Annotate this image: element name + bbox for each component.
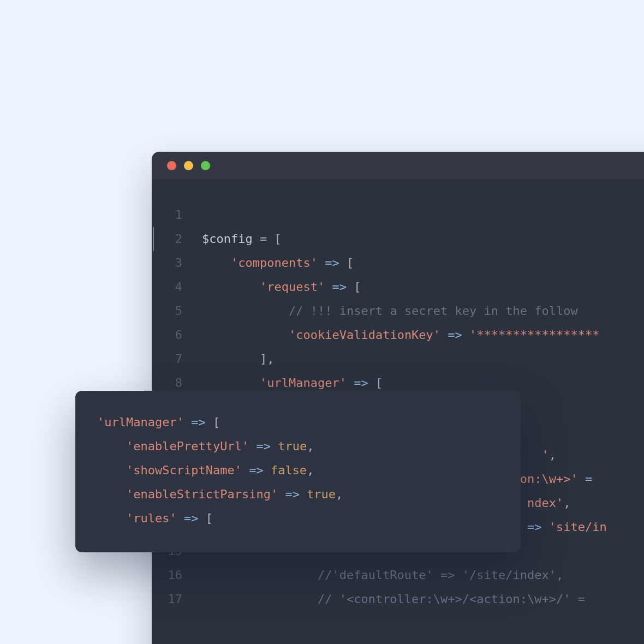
code-line: $config = [ [202, 227, 644, 251]
line-number: 7 [152, 347, 182, 371]
line-number: 5 [152, 299, 182, 323]
code-line: // !!! insert a secret key in the follow [202, 299, 644, 323]
line-number: 16 [152, 563, 182, 587]
code-line: 'enableStrictParsing' => true, [97, 482, 499, 506]
code-line: 'request' => [ [202, 275, 644, 299]
code-line: //'defaultRoute' => '/site/index', [202, 563, 644, 587]
line-number: 4 [152, 275, 182, 299]
line-number: 3 [152, 251, 182, 275]
cursor-indicator [153, 227, 154, 251]
code-snippet-popover: 'urlManager' => [ 'enablePrettyUrl' => t… [75, 391, 521, 552]
code-line: 'cookieValidationKey' => '**************… [202, 323, 644, 347]
code-line: 'components' => [ [202, 251, 644, 275]
line-number: 1 [152, 203, 182, 227]
code-line: 'enablePrettyUrl' => true, [97, 434, 499, 458]
zoom-icon[interactable] [201, 161, 210, 170]
code-line: 'showScriptName' => false, [97, 458, 499, 482]
line-number: 2 [152, 227, 182, 251]
minimize-icon[interactable] [184, 161, 193, 170]
code-line: ], [202, 347, 644, 371]
code-line: 'rules' => [ [97, 506, 499, 530]
window-titlebar [152, 152, 644, 179]
line-number: 17 [152, 587, 182, 611]
close-icon[interactable] [167, 161, 176, 170]
line-number: 6 [152, 323, 182, 347]
code-line: // '<controller:\w+>/<action:\w+>/' = [202, 587, 644, 611]
code-line: 'urlManager' => [ [97, 410, 499, 434]
